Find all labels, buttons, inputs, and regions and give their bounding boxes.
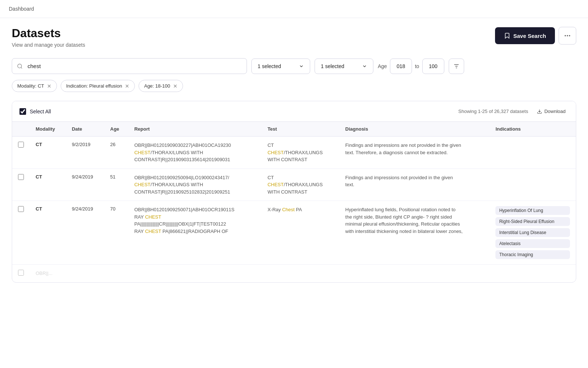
row-checkbox-4[interactable] [18,270,24,276]
col-age: Age [104,122,129,137]
nav-dashboard-link[interactable]: Dashboard [9,6,34,12]
modality-dropdown[interactable]: 1 selected [251,59,310,74]
row-checkbox-1[interactable] [18,142,24,148]
indication-tag-thoracic: Thoracic Imaging [495,250,570,259]
col-modality: Modality [30,122,66,137]
age-to-input[interactable] [422,59,444,74]
indication-tag-hyperinflation: Hyperinflation Of Lung [495,206,570,215]
svg-line-4 [21,67,22,68]
indication-tag-atelectasis: Atelectasis [495,239,570,248]
age-range: Age to [378,59,444,74]
page-subtitle: View and manage your datasets [12,42,85,48]
row-indications [490,137,576,169]
row-checkbox-3[interactable] [18,206,24,212]
filter-tags: Modality: CT ✕ Indication: Pleural effus… [12,80,576,92]
age-from-input[interactable] [390,59,412,74]
search-icon [17,63,23,69]
remove-indication-filter[interactable]: ✕ [125,84,129,89]
search-wrapper [12,58,247,74]
filter-tag-modality: Modality: CT ✕ [12,80,57,92]
table-header-row: Modality Date Age Report Test Diagnosis … [12,122,576,137]
row-age: 51 [110,174,115,180]
showing-count: Showing 1-25 of 26,327 datasets [458,109,528,114]
col-indications: Indications [490,122,576,137]
table-row: CT 9/24/2019 51 OBR||BH01201909250094|LO… [12,169,576,201]
table-row: CT 9/24/2019 70 OBR||BH01201909250071|AB… [12,201,576,265]
row-date: 9/24/2019 [72,206,93,212]
table-row: OBR||... [12,265,576,282]
row-report: OBR||BH01201909250071|ABH01OCR19011S RAY… [134,206,237,235]
bookmark-icon [504,32,510,39]
select-all-wrapper: Select All [19,108,51,115]
page-container: Datasets View and manage your datasets S… [0,18,588,291]
chevron-down-icon [299,64,304,69]
row-modality: CT [36,174,42,180]
col-checkbox [12,122,30,137]
top-nav: Dashboard [0,0,588,18]
indication-tags: Hyperinflation Of Lung Right-Sided Pleur… [495,206,570,259]
row-diagnosis: Findings and impressions not provided in… [345,174,463,188]
select-all-checkbox[interactable] [19,108,26,115]
results-table: Modality Date Age Report Test Diagnosis … [12,122,576,282]
row-modality: CT [36,206,42,212]
title-group: Datasets View and manage your datasets [12,27,85,48]
filter-tag-age: Age: 18-100 ✕ [139,80,183,92]
table-row: CT 9/2/2019 26 OBR||BH01201909030227|ABH… [12,137,576,169]
row-report: OBR||BH01201909250094|LO19000243417/ CHE… [134,174,237,196]
row-test: X-Ray Chest PA [268,206,334,213]
results-container: Select All Showing 1-25 of 26,327 datase… [12,101,576,283]
download-icon [537,109,542,114]
row-indications [490,169,576,201]
remove-modality-filter[interactable]: ✕ [47,84,51,89]
row-checkbox-2[interactable] [18,174,24,180]
row-indications: Hyperinflation Of Lung Right-Sided Pleur… [490,201,576,265]
save-search-button[interactable]: Save Search [495,27,555,44]
svg-point-3 [18,64,22,68]
svg-point-2 [565,35,566,36]
search-row: 1 selected 1 selected Age to [12,58,576,74]
search-input[interactable] [12,58,247,74]
row-age: 26 [110,142,115,147]
col-report: Report [128,122,261,137]
col-test: Test [262,122,340,137]
row-partial: OBR||... [36,270,139,277]
row-diagnosis: Findings and impressions are not provide… [345,142,463,156]
results-header: Select All Showing 1-25 of 26,327 datase… [12,101,576,122]
page-header: Datasets View and manage your datasets S… [12,27,576,48]
row-date: 9/24/2019 [72,174,93,180]
chevron-down-icon-2 [362,64,367,69]
select-all-label: Select All [30,109,51,114]
row-report: OBR||BH01201909030227|ABH01OCA19230 CHES… [134,142,237,163]
indication-dropdown[interactable]: 1 selected [315,59,373,74]
indication-tag-pleural: Right-Sided Pleural Effusion [495,217,570,226]
filter-tag-indication: Indication: Pleural effusion ✕ [61,80,135,92]
row-test: CTCHEST/THORAX/LUNGSWITH CONTRAST [268,174,334,196]
indication-tag-ild: Interstitial Lung Disease [495,228,570,237]
svg-point-1 [569,35,570,36]
remove-age-filter[interactable]: ✕ [173,84,178,89]
col-diagnosis: Diagnosis [340,122,490,137]
row-test: CTCHEST/THORAX/LUNGSWITH CONTRAST [268,142,334,163]
svg-point-0 [567,35,568,36]
table-wrapper: Modality Date Age Report Test Diagnosis … [12,122,576,282]
row-diagnosis: Hyperinflated lung fields, Positional ro… [345,206,463,235]
extra-options-button[interactable] [559,27,576,45]
col-date: Date [66,122,104,137]
row-date: 9/2/2019 [72,142,90,147]
download-button[interactable]: Download [534,107,569,116]
sliders-icon [453,63,460,70]
row-age: 70 [110,206,115,212]
page-title: Datasets [12,27,85,40]
row-modality: CT [36,142,42,147]
advanced-filter-button[interactable] [449,59,464,74]
options-icon [564,32,571,39]
